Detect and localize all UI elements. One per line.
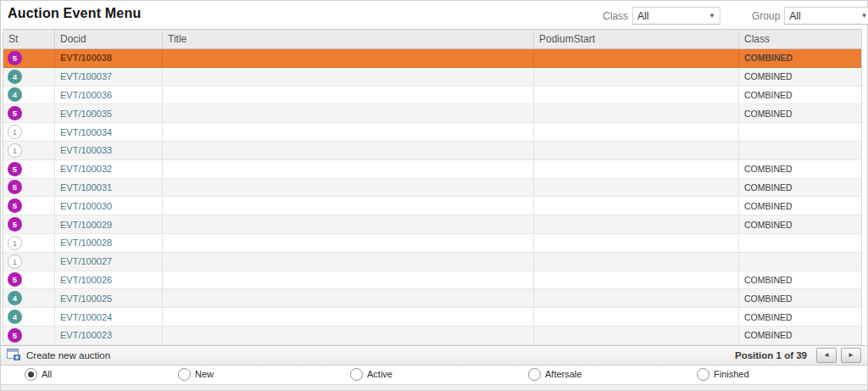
- docid-link[interactable]: EVT/100024: [60, 312, 112, 322]
- column-header-title[interactable]: Title: [163, 30, 534, 48]
- title-cell: [163, 289, 534, 307]
- status-filter-radio[interactable]: All: [25, 368, 52, 381]
- table-row[interactable]: 1 EVT/100028: [3, 234, 861, 253]
- table-row[interactable]: 4 EVT/100025 COMBINED: [3, 289, 861, 308]
- title-cell: [163, 197, 534, 215]
- create-new-auction-button[interactable]: Create new auction: [7, 349, 110, 361]
- radio-button-icon[interactable]: [697, 368, 709, 381]
- docid-link[interactable]: EVT/100032: [60, 164, 112, 174]
- class-value: COMBINED: [744, 275, 793, 285]
- class-cell: [739, 234, 863, 252]
- docid-cell[interactable]: EVT/100037: [55, 68, 163, 86]
- podiumstart-cell: [534, 197, 739, 215]
- table-row[interactable]: 5 EVT/100032 COMBINED: [3, 160, 861, 179]
- class-filter-select[interactable]: All ▼: [632, 7, 721, 25]
- status-cell: 4: [3, 87, 55, 104]
- docid-cell[interactable]: EVT/100028: [55, 234, 163, 252]
- docid-link[interactable]: EVT/100033: [60, 145, 112, 155]
- radio-button-icon[interactable]: [350, 368, 363, 381]
- docid-link[interactable]: EVT/100029: [60, 220, 112, 230]
- title-cell: [163, 215, 534, 233]
- table-row[interactable]: 1 EVT/100027: [3, 253, 861, 271]
- docid-link[interactable]: EVT/100037: [60, 71, 112, 81]
- class-cell: COMBINED: [739, 215, 863, 233]
- docid-link[interactable]: EVT/100036: [60, 90, 112, 100]
- docid-link[interactable]: EVT/100026: [60, 275, 112, 285]
- docid-link[interactable]: EVT/100027: [60, 256, 112, 266]
- podiumstart-cell: [534, 160, 739, 178]
- docid-link[interactable]: EVT/100035: [60, 109, 112, 119]
- docid-link[interactable]: EVT/100025: [60, 293, 112, 304]
- docid-cell[interactable]: EVT/100029: [55, 215, 163, 233]
- table-row[interactable]: 5 EVT/100026 COMBINED: [3, 271, 861, 290]
- status-filter-radio[interactable]: Aftersale: [528, 368, 581, 381]
- docid-link[interactable]: EVT/100034: [60, 127, 112, 137]
- status-filter-radio[interactable]: Finished: [697, 368, 749, 381]
- docid-cell[interactable]: EVT/100036: [55, 87, 163, 104]
- group-filter-select[interactable]: All ▼: [784, 7, 868, 25]
- status-filter-radio[interactable]: Active: [350, 368, 392, 381]
- class-cell: COMBINED: [739, 271, 863, 289]
- docid-cell[interactable]: EVT/100025: [55, 289, 163, 307]
- radio-button-icon[interactable]: [528, 368, 541, 381]
- docid-link[interactable]: EVT/100038: [60, 53, 112, 63]
- docid-cell[interactable]: EVT/100027: [55, 253, 163, 271]
- table-row[interactable]: 4 EVT/100024 COMBINED: [3, 308, 861, 327]
- status-cell: 1: [3, 123, 55, 141]
- podiumstart-cell: [534, 308, 739, 326]
- docid-link[interactable]: EVT/100023: [60, 330, 112, 340]
- docid-cell[interactable]: EVT/100033: [55, 142, 163, 159]
- docid-cell[interactable]: EVT/100034: [55, 123, 163, 141]
- podiumstart-cell: [534, 327, 739, 344]
- status-filter-label: All: [42, 369, 52, 379]
- status-badge: 1: [8, 254, 22, 269]
- docid-cell[interactable]: EVT/100024: [55, 308, 163, 326]
- docid-cell[interactable]: EVT/100023: [55, 327, 163, 344]
- table-row[interactable]: 4 EVT/100037 COMBINED: [3, 68, 861, 87]
- status-badge: 4: [8, 291, 22, 305]
- docid-cell[interactable]: EVT/100030: [55, 197, 163, 215]
- docid-link[interactable]: EVT/100031: [60, 182, 112, 193]
- column-header-st[interactable]: St: [3, 30, 55, 48]
- status-filter-radio[interactable]: New: [178, 368, 214, 381]
- docid-cell[interactable]: EVT/100038: [55, 49, 163, 67]
- docid-cell[interactable]: EVT/100035: [55, 104, 163, 122]
- status-cell: 4: [3, 308, 55, 326]
- class-value: COMBINED: [744, 164, 793, 174]
- top-bar: Auction Event Menu Class All ▼ Group All…: [1, 1, 867, 29]
- podiumstart-cell: [534, 234, 739, 252]
- class-cell: COMBINED: [739, 104, 863, 122]
- table-row[interactable]: 5 EVT/100031 COMBINED: [3, 179, 861, 198]
- class-filter-label: Class: [603, 10, 628, 22]
- next-page-button[interactable]: ►: [841, 348, 861, 363]
- status-filter-bar: All New Active Aftersale Finished: [1, 366, 867, 384]
- table-row[interactable]: 1 EVT/100034: [3, 123, 861, 142]
- table-body: 5 EVT/100038 COMBINED 4 EVT/100037 COMBI…: [3, 49, 861, 345]
- table-row[interactable]: 5 EVT/100030 COMBINED: [3, 197, 861, 215]
- class-value: COMBINED: [744, 312, 793, 322]
- status-badge: 5: [8, 217, 22, 232]
- table-row[interactable]: 5 EVT/100023 COMBINED: [3, 327, 861, 345]
- docid-cell[interactable]: EVT/100026: [55, 271, 163, 289]
- podiumstart-cell: [534, 253, 739, 271]
- table-row[interactable]: 5 EVT/100035 COMBINED: [3, 104, 861, 123]
- class-filter: Class All ▼: [603, 7, 721, 25]
- docid-link[interactable]: EVT/100030: [60, 201, 112, 211]
- table-row[interactable]: 5 EVT/100038 COMBINED: [3, 49, 861, 68]
- table-row[interactable]: 4 EVT/100036 COMBINED: [3, 87, 861, 105]
- radio-button-icon[interactable]: [178, 368, 191, 381]
- prev-page-button[interactable]: ◄: [816, 348, 837, 363]
- column-header-docid[interactable]: Docid: [55, 30, 163, 48]
- table-row[interactable]: 1 EVT/100033: [3, 142, 861, 160]
- docid-cell[interactable]: EVT/100031: [55, 179, 163, 197]
- class-cell: COMBINED: [739, 197, 863, 215]
- status-badge: 5: [8, 162, 22, 176]
- column-header-podiumstart[interactable]: PodiumStart: [534, 30, 739, 48]
- column-header-class[interactable]: Class: [739, 30, 863, 48]
- page-title: Auction Event Menu: [8, 6, 141, 21]
- table-row[interactable]: 5 EVT/100029 COMBINED: [3, 215, 861, 234]
- title-cell: [163, 234, 534, 252]
- docid-link[interactable]: EVT/100028: [60, 237, 112, 248]
- radio-button-icon[interactable]: [25, 368, 37, 381]
- docid-cell[interactable]: EVT/100032: [55, 160, 163, 178]
